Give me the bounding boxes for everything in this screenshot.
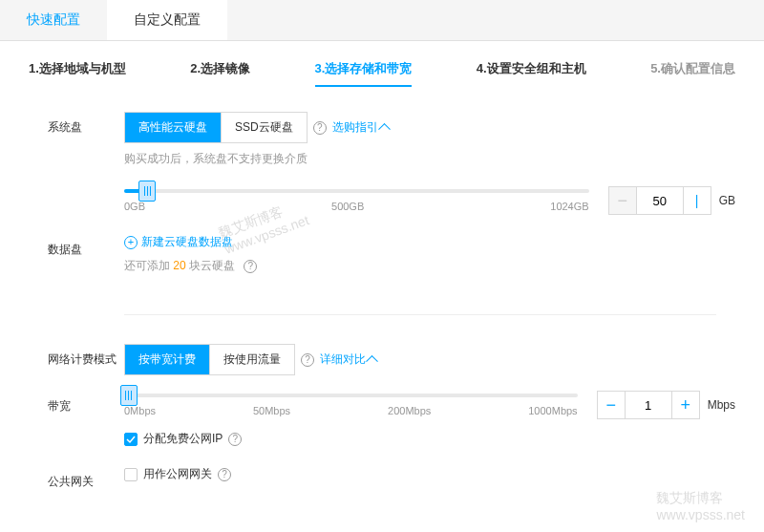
bandwidth-slider-thumb[interactable]: [120, 385, 138, 406]
step-3[interactable]: 3.选择存储和带宽: [315, 60, 413, 87]
system-disk-hint: 购买成功后，系统盘不支持更换介质: [124, 151, 735, 167]
slider-tick: 0GB: [124, 201, 145, 212]
slider-tick: 1024GB: [550, 201, 588, 212]
purchase-guide-link[interactable]: 选购指引: [332, 119, 389, 136]
system-disk-high-perf[interactable]: 高性能云硬盘: [125, 113, 222, 142]
use-as-gateway-checkbox[interactable]: [124, 468, 138, 481]
bandwidth-slider[interactable]: [124, 394, 578, 397]
help-icon[interactable]: ?: [228, 433, 242, 446]
data-disk-remaining: 还可添加 20 块云硬盘 ?: [124, 258, 735, 274]
divider: [124, 314, 716, 315]
step-5[interactable]: 5.确认配置信息: [650, 60, 735, 87]
step-1[interactable]: 1.选择地域与机型: [29, 60, 126, 87]
system-disk-ssd[interactable]: SSD云硬盘: [222, 113, 307, 142]
slider-tick: 500GB: [331, 201, 364, 212]
step-4[interactable]: 4.设置安全组和主机: [477, 60, 586, 87]
minus-button: −: [609, 187, 636, 214]
tab-quick-config[interactable]: 快速配置: [0, 0, 107, 40]
help-icon[interactable]: ?: [218, 468, 231, 481]
help-icon[interactable]: ?: [244, 260, 257, 273]
net-mode-bandwidth[interactable]: 按带宽计费: [125, 345, 210, 374]
system-disk-unit: GB: [719, 194, 735, 207]
minus-button[interactable]: −: [598, 392, 625, 418]
bandwidth-unit: Mbps: [708, 398, 735, 412]
plus-button[interactable]: |: [684, 187, 711, 214]
plus-circle-icon: +: [124, 236, 138, 249]
system-disk-size-input[interactable]: [636, 187, 684, 214]
tab-custom-config[interactable]: 自定义配置: [107, 0, 227, 40]
slider-tick: 50Mbps: [253, 405, 290, 416]
data-disk-label: 数据盘: [48, 234, 124, 258]
help-icon[interactable]: ?: [313, 121, 327, 135]
bandwidth-input[interactable]: [625, 392, 672, 418]
net-mode-label: 网络计费模式: [48, 344, 124, 368]
slider-tick: 1000Mbps: [528, 405, 577, 416]
system-disk-label: 系统盘: [48, 112, 124, 136]
system-disk-slider[interactable]: [124, 189, 589, 193]
system-disk-slider-thumb[interactable]: [138, 181, 156, 202]
system-disk-size-stepper: − |: [608, 186, 711, 215]
bandwidth-label: 带宽: [48, 391, 124, 415]
slider-tick: 0Mbps: [124, 405, 156, 416]
system-disk-type-group: 高性能云硬盘 SSD云硬盘: [124, 112, 308, 143]
gateway-label: 公共网关: [48, 466, 124, 490]
bandwidth-stepper: − +: [597, 391, 700, 419]
net-mode-traffic[interactable]: 按使用流量: [210, 345, 294, 374]
wizard-steps: 1.选择地域与机型 2.选择镜像 3.选择存储和带宽 4.设置安全组和主机 5.…: [0, 41, 764, 102]
step-2[interactable]: 2.选择镜像: [190, 60, 250, 87]
alloc-public-ip-checkbox[interactable]: [124, 433, 138, 446]
net-mode-group: 按带宽计费 按使用流量: [124, 344, 295, 375]
plus-button[interactable]: +: [672, 392, 699, 418]
slider-tick: 200Mbps: [388, 405, 431, 416]
top-tabs: 快速配置 自定义配置: [0, 0, 764, 41]
alloc-public-ip-label: 分配免费公网IP: [143, 431, 223, 447]
help-icon[interactable]: ?: [301, 353, 314, 367]
use-as-gateway-label: 用作公网网关: [143, 466, 212, 482]
add-data-disk-link[interactable]: + 新建云硬盘数据盘: [124, 234, 233, 250]
compare-link[interactable]: 详细对比: [320, 351, 376, 368]
